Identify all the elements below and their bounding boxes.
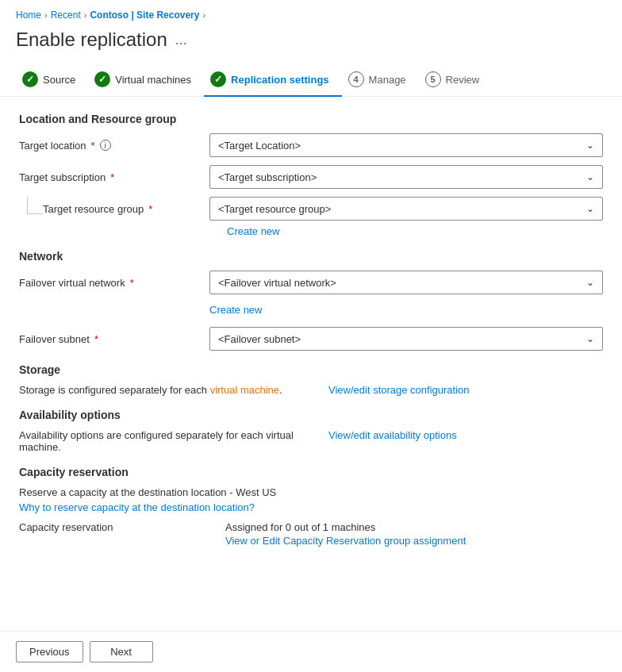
target-subscription-row: Target subscription * <Target subscripti… [19,165,603,189]
step-source-check-icon [22,71,38,87]
capacity-row: Capacity reservation Assigned for 0 out … [19,521,603,547]
step-vm-check-icon [94,71,110,87]
vnet-create-new-link[interactable]: Create new [209,304,262,316]
step-replication-label: Replication settings [231,74,329,86]
section-capacity-title: Capacity reservation [19,466,603,478]
breadcrumb: Home › Recent › Contoso | Site Recovery … [0,0,622,25]
target-resource-group-required: * [148,203,152,215]
failover-subnet-dropdown[interactable]: <Failover subnet> ⌄ [209,327,603,351]
section-network-title: Network [19,250,603,263]
section-storage-title: Storage [19,363,603,376]
capacity-info: Assigned for 0 out of 1 machines View or… [225,521,603,547]
target-location-info-icon[interactable]: i [100,140,111,151]
failover-vnet-required: * [130,277,134,289]
step-review-circle: 5 [425,71,441,87]
target-location-row: Target location * i <Target Location> ⌄ [19,133,603,157]
page-menu-icon[interactable]: ... [175,32,187,48]
failover-subnet-value: <Failover subnet> [218,333,301,345]
target-location-chevron-icon: ⌄ [586,140,594,151]
failover-vnet-row: Failover virtual network * <Failover vir… [19,271,603,294]
breadcrumb-sep3: › [202,10,205,20]
step-review-label: Review [446,74,480,86]
target-location-dropdown[interactable]: <Target Location> ⌄ [209,133,603,157]
target-resource-group-dropdown[interactable]: <Target resource group> ⌄ [209,197,603,221]
step-vm-label: Virtual machines [115,74,191,86]
storage-highlight: virtual machine [210,384,279,396]
target-location-required: * [91,140,95,152]
target-resource-group-chevron-icon: ⌄ [586,203,594,214]
target-resource-group-label: Target resource group * [43,203,209,215]
capacity-label: Capacity reservation [19,521,209,533]
main-content: Location and Resource group Target locat… [0,113,622,563]
failover-subnet-row: Failover subnet * <Failover subnet> ⌄ [19,327,603,351]
capacity-edit-link[interactable]: View or Edit Capacity Reservation group … [225,535,466,547]
failover-vnet-value: <Failover virtual network> [218,277,336,289]
step-replication-settings[interactable]: Replication settings [204,63,342,97]
step-virtual-machines[interactable]: Virtual machines [88,63,204,97]
target-subscription-value: <Target subscription> [218,171,317,183]
next-button[interactable]: Next [90,641,153,662]
target-resource-group-value: <Target resource group> [218,203,331,215]
step-manage-label: Manage [369,74,406,86]
availability-info-row: Availability options are configured sepa… [19,429,603,453]
step-replication-check-icon [210,71,226,87]
availability-description: Availability options are configured sepa… [19,429,313,453]
storage-description: Storage is configured separately for eac… [19,384,313,396]
target-subscription-dropdown[interactable]: <Target subscription> ⌄ [209,165,603,189]
storage-info-row: Storage is configured separately for eac… [19,384,603,396]
target-location-label: Target location * i [19,140,209,152]
failover-subnet-required: * [94,333,98,345]
step-source[interactable]: Source [16,63,88,97]
step-manage-circle: 4 [348,71,364,87]
section-location-title: Location and Resource group [19,113,603,125]
breadcrumb-home[interactable]: Home [16,10,41,21]
failover-vnet-label: Failover virtual network * [19,277,209,289]
breadcrumb-sep1: › [44,10,48,20]
page-title-container: Enable replication ... [0,25,622,63]
capacity-why-link[interactable]: Why to reserve capacity at the destinati… [19,501,603,513]
target-resource-group-row: Target resource group * <Target resource… [43,197,603,221]
target-subscription-chevron-icon: ⌄ [586,171,594,182]
failover-subnet-label: Failover subnet * [19,333,209,345]
section-availability-title: Availability options [19,409,603,421]
page-title: Enable replication [16,29,167,51]
failover-vnet-dropdown[interactable]: <Failover virtual network> ⌄ [209,271,603,294]
breadcrumb-recent[interactable]: Recent [51,10,81,21]
breadcrumb-sep2: › [84,10,87,20]
previous-button[interactable]: Previous [16,641,83,662]
target-subscription-required: * [110,171,114,183]
availability-edit-link[interactable]: View/edit availability options [328,429,457,441]
target-subscription-label: Target subscription * [19,171,209,183]
resource-group-create-new-link[interactable]: Create new [227,225,279,237]
capacity-assigned-text: Assigned for 0 out of 1 machines [225,521,603,533]
failover-vnet-chevron-icon: ⌄ [586,277,594,288]
step-source-label: Source [43,74,75,86]
storage-edit-link[interactable]: View/edit storage configuration [328,384,470,396]
wizard-steps: Source Virtual machines Replication sett… [0,63,622,97]
capacity-description: Reserve a capacity at the destination lo… [19,486,603,498]
footer-bar: Previous Next [0,631,622,672]
failover-subnet-chevron-icon: ⌄ [586,333,594,344]
step-review[interactable]: 5 Review [419,63,493,97]
breadcrumb-current: Contoso | Site Recovery [90,10,199,21]
target-location-value: <Target Location> [218,140,301,152]
step-manage[interactable]: 4 Manage [342,63,419,97]
